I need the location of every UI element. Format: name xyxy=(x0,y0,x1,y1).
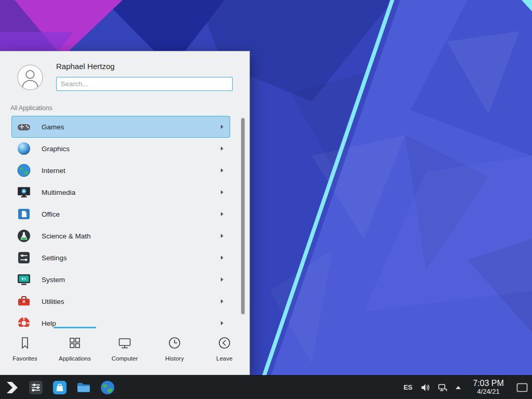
web-browser-icon xyxy=(99,379,116,396)
app-category-multimedia[interactable]: Multimedia xyxy=(11,181,230,203)
app-category-label: Settings xyxy=(42,254,67,262)
app-category-label: System xyxy=(42,276,65,284)
caret-up-icon xyxy=(455,385,461,390)
submenu-arrow-icon xyxy=(221,212,223,216)
computer-icon xyxy=(117,335,132,351)
clock-time: 7:03 PM xyxy=(469,379,508,388)
app-category-internet[interactable]: Internet xyxy=(11,159,230,181)
application-launcher-button[interactable] xyxy=(4,379,20,396)
flask-icon xyxy=(17,229,31,243)
submenu-arrow-icon xyxy=(221,125,223,129)
network-tray-item[interactable] xyxy=(437,382,448,393)
app-category-science-math[interactable]: Science & Math xyxy=(11,225,230,247)
app-category-label: Graphics xyxy=(42,145,70,153)
tab-computer[interactable]: Computer xyxy=(100,327,150,375)
submenu-arrow-icon xyxy=(221,234,223,238)
app-category-system[interactable]: System xyxy=(11,269,230,290)
keyboard-layout-indicator[interactable]: ES xyxy=(404,383,413,391)
submenu-arrow-icon xyxy=(221,277,223,282)
submenu-arrow-icon xyxy=(221,190,223,194)
search-input[interactable] xyxy=(56,77,233,91)
settings-terminal-icon xyxy=(28,379,44,396)
toolbox-icon xyxy=(17,294,31,309)
tab-applications[interactable]: Applications xyxy=(50,327,100,375)
app-category-label: Internet xyxy=(42,167,65,175)
application-launcher-menu: Raphael Hertzog All Applications Games G… xyxy=(0,51,250,375)
discover-store-icon xyxy=(51,379,68,396)
submenu-arrow-icon xyxy=(221,321,223,325)
volume-icon xyxy=(420,382,430,393)
sliders-icon xyxy=(17,250,31,265)
clock-date: 4/24/21 xyxy=(469,388,508,396)
digital-clock[interactable]: 7:03 PM 4/24/21 xyxy=(469,379,508,396)
submenu-arrow-icon xyxy=(221,147,223,151)
system-monitor-icon xyxy=(17,272,31,287)
taskbar-app-discover[interactable] xyxy=(51,379,68,396)
active-tab-indicator xyxy=(54,327,96,328)
user-avatar-icon xyxy=(17,64,43,90)
taskbar-panel: ES 7:03 xyxy=(0,375,532,399)
tab-leave[interactable]: Leave xyxy=(200,327,249,375)
app-category-help[interactable]: Help xyxy=(11,312,230,327)
user-avatar[interactable] xyxy=(17,64,43,90)
monitor-play-icon xyxy=(17,185,31,200)
desktop: Raphael Hertzog All Applications Games G… xyxy=(0,0,532,399)
app-category-label: Games xyxy=(42,123,64,131)
app-category-label: Help xyxy=(42,320,56,327)
lifebuoy-icon xyxy=(17,316,31,327)
expand-tray-button[interactable] xyxy=(455,385,461,390)
show-desktop-icon xyxy=(516,383,528,392)
tab-label: History xyxy=(165,355,184,362)
app-category-games[interactable]: Games xyxy=(11,116,230,138)
taskbar-app-settings-terminal[interactable] xyxy=(28,379,44,396)
kde-launcher-icon xyxy=(4,379,20,396)
user-name: Raphael Hertzog xyxy=(56,62,115,71)
taskbar-app-file-manager[interactable] xyxy=(75,379,92,396)
app-category-graphics[interactable]: Graphics xyxy=(11,138,230,159)
app-category-label: Multimedia xyxy=(42,189,75,196)
tab-label: Leave xyxy=(216,355,232,362)
application-category-list: Games Graphics Internet xyxy=(0,116,249,327)
tab-history[interactable]: History xyxy=(150,327,200,375)
app-category-label: Science & Math xyxy=(42,232,91,240)
gamepad-icon xyxy=(17,119,31,134)
app-category-settings[interactable]: Settings xyxy=(11,247,230,269)
tab-label: Favorites xyxy=(12,355,37,362)
leave-icon xyxy=(217,335,232,351)
taskbar-app-web-browser[interactable] xyxy=(99,379,116,396)
tab-label: Computer xyxy=(112,355,138,362)
clock-icon xyxy=(167,335,182,351)
network-icon xyxy=(437,382,448,393)
sphere-icon xyxy=(17,141,31,156)
bookmark-icon xyxy=(17,335,33,351)
system-tray: ES 7:03 xyxy=(404,376,529,399)
document-icon xyxy=(17,207,31,221)
app-category-label: Utilities xyxy=(42,298,64,305)
list-scrollbar[interactable] xyxy=(241,118,245,314)
folder-icon xyxy=(75,379,92,396)
volume-tray-item[interactable] xyxy=(420,382,430,393)
app-category-utilities[interactable]: Utilities xyxy=(11,290,230,312)
submenu-arrow-icon xyxy=(221,299,223,303)
tab-favorites[interactable]: Favorites xyxy=(0,327,50,375)
section-label: All Applications xyxy=(10,104,52,112)
tab-label: Applications xyxy=(59,355,91,362)
app-grid-icon xyxy=(67,335,83,351)
submenu-arrow-icon xyxy=(221,256,223,260)
show-desktop-button[interactable] xyxy=(515,376,529,399)
submenu-arrow-icon xyxy=(221,168,223,172)
globe-icon xyxy=(17,163,31,178)
launcher-tab-bar: Favorites Applications Computer History xyxy=(0,327,249,375)
app-category-label: Office xyxy=(42,210,60,218)
app-category-office[interactable]: Office xyxy=(11,203,230,225)
